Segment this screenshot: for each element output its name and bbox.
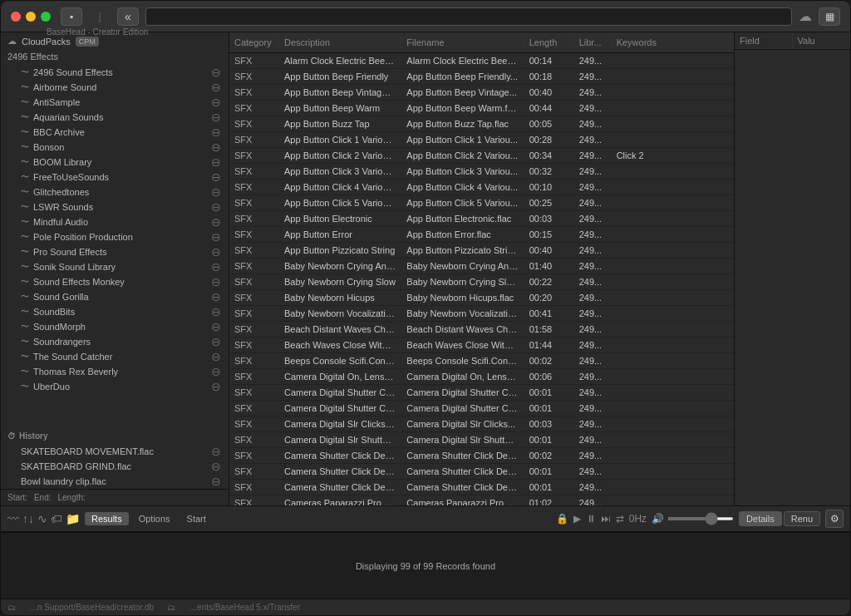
sidebar-item[interactable]: 〜 Soundrangers ⊖	[1, 334, 229, 349]
sidebar-toggle-button[interactable]: ▪	[61, 7, 82, 26]
remove-item-button[interactable]: ⊖	[210, 216, 222, 228]
table-row[interactable]: SFX Camera Shutter Click Design Ominous …	[229, 448, 734, 464]
sidebar-item[interactable]: 〜 Airborne Sound ⊖	[1, 80, 229, 95]
details-button[interactable]: Details	[739, 511, 782, 526]
remove-item-button[interactable]: ⊖	[210, 111, 222, 123]
remove-item-button[interactable]: ⊖	[210, 186, 222, 198]
sidebar-item[interactable]: 〜 Pole Position Production ⊖	[1, 229, 229, 244]
tab-results[interactable]: Results	[85, 512, 129, 525]
cloud-icon[interactable]: ☁	[799, 8, 812, 24]
folder-icon[interactable]: 📁	[66, 512, 80, 525]
table-row[interactable]: SFX Baby Newborn Crying Angry 2 Baby New…	[229, 259, 734, 274]
remove-item-button[interactable]: ⊖	[210, 126, 222, 138]
table-row[interactable]: SFX Baby Newborn Vocalizations Frustrate…	[229, 306, 734, 322]
sidebar-item[interactable]: 〜 2496 Sound Effects ⊖	[1, 65, 229, 80]
remove-history-button[interactable]: ⊖	[210, 476, 222, 487]
remove-item-button[interactable]: ⊖	[210, 67, 222, 78]
table-row[interactable]: SFX Beach Distant Waves Children Play Be…	[229, 322, 734, 338]
sidebar-item[interactable]: 〜 Thomas Rex Beverly ⊖	[1, 364, 229, 379]
spectrum-icon[interactable]: ↑↓	[22, 512, 34, 525]
sidebar-item[interactable]: 〜 Glitchedtones ⊖	[1, 185, 229, 200]
grid-button[interactable]: ▦	[819, 7, 840, 26]
table-row[interactable]: SFX App Button Beep Vintage 1980 App But…	[229, 85, 734, 101]
table-row[interactable]: SFX Beeps Console Scifi.Converted Beeps …	[229, 353, 734, 369]
remove-history-button[interactable]: ⊖	[210, 461, 222, 472]
table-row[interactable]: SFX App Button Buzz Tap App Button Buzz …	[229, 116, 734, 132]
sidebar-item[interactable]: 〜 Sound Effects Monkey ⊖	[1, 274, 229, 289]
sidebar-item[interactable]: 〜 SoundBits ⊖	[1, 304, 229, 319]
sidebar-item[interactable]: 〜 The Sound Catcher ⊖	[1, 349, 229, 364]
renu-button[interactable]: Renu	[784, 511, 820, 526]
table-row[interactable]: SFX App Button Click 1 Various Dry Sound…	[229, 132, 734, 148]
sidebar-item[interactable]: 〜 UberDuo ⊖	[1, 379, 229, 394]
table-row[interactable]: SFX App Button Beep Friendly App Button …	[229, 69, 734, 85]
table-row[interactable]: SFX Camera Digital Slr Clicks Burst.Conv…	[229, 416, 734, 432]
table-row[interactable]: SFX Cameras Paparazzi Pro Slr Camera Loo…	[229, 495, 734, 505]
sidebar-item[interactable]: 〜 LSWR Sounds ⊖	[1, 200, 229, 214]
remove-item-button[interactable]: ⊖	[210, 231, 222, 243]
rewind-icon[interactable]: ⏭	[601, 513, 611, 525]
shuffle-icon[interactable]: ⇄	[616, 513, 624, 525]
history-item[interactable]: Bowl laundry clip.flac ⊖	[1, 474, 229, 489]
remove-item-button[interactable]: ⊖	[210, 366, 222, 377]
remove-item-button[interactable]: ⊖	[210, 171, 222, 183]
sidebar-item[interactable]: 〜 FreeToUseSounds ⊖	[1, 170, 229, 185]
sidebar-item[interactable]: 〜 BBC Archive ⊖	[1, 125, 229, 140]
back-button[interactable]: «	[117, 7, 139, 26]
table-row[interactable]: SFX Camera Digital Slr Shutter Click Onl…	[229, 432, 734, 448]
remove-item-button[interactable]: ⊖	[210, 81, 222, 93]
table-row[interactable]: SFX App Button Error App Button Error.fl…	[229, 227, 734, 243]
remove-item-button[interactable]: ⊖	[210, 351, 222, 362]
sidebar-item[interactable]: 〜 SoundMorph ⊖	[1, 319, 229, 334]
table-row[interactable]: SFX App Button Click 5 Various Dry Sound…	[229, 195, 734, 211]
pitch-icon[interactable]: ∿	[37, 512, 47, 525]
sidebar-item[interactable]: 〜 BOOM Library ⊖	[1, 155, 229, 170]
table-row[interactable]: SFX Camera Digital On, Lens Servo Moveme…	[229, 369, 734, 385]
sidebar-item[interactable]: 〜 Pro Sound Effects ⊖	[1, 244, 229, 259]
remove-item-button[interactable]: ⊖	[210, 336, 222, 347]
waveform-icon[interactable]: 〰	[7, 512, 19, 525]
remove-item-button[interactable]: ⊖	[210, 276, 222, 288]
tag-icon[interactable]: 🏷	[51, 512, 62, 525]
remove-item-button[interactable]: ⊖	[210, 381, 222, 392]
settings-gear-button[interactable]: ⚙	[825, 510, 844, 528]
sidebar-item[interactable]: 〜 AntiSample ⊖	[1, 95, 229, 110]
table-row[interactable]: SFX Camera Shutter Click Design Simple B…	[229, 464, 734, 480]
remove-item-button[interactable]: ⊖	[210, 96, 222, 108]
search-input[interactable]	[145, 7, 792, 26]
remove-item-button[interactable]: ⊖	[210, 291, 222, 303]
maximize-button[interactable]	[41, 12, 51, 22]
sidebar-item[interactable]: 〜 Bonson ⊖	[1, 140, 229, 155]
history-item[interactable]: SKATEBOARD MOVEMENT.flac ⊖	[1, 444, 229, 459]
sidebar-item[interactable]: 〜 Aquarian Sounds ⊖	[1, 110, 229, 125]
play-icon[interactable]: ▶	[573, 513, 581, 525]
remove-history-button[interactable]: ⊖	[210, 446, 222, 457]
table-row[interactable]: SFX App Button Click 3 Various Dry Sound…	[229, 164, 734, 180]
table-row[interactable]: SFX App Button Click 4 Various Dry Sound…	[229, 180, 734, 195]
table-row[interactable]: SFX Baby Newborn Crying Slow Baby Newbor…	[229, 274, 734, 290]
table-row[interactable]: SFX Camera Digital Shutter Click Only 2.…	[229, 385, 734, 401]
sidebar-item[interactable]: 〜 Mindful Audio ⊖	[1, 214, 229, 229]
sidebar-item[interactable]: 〜 Sound Gorilla ⊖	[1, 289, 229, 304]
table-row[interactable]: SFX App Button Beep Warm App Button Beep…	[229, 101, 734, 116]
remove-item-button[interactable]: ⊖	[210, 246, 222, 258]
remove-item-button[interactable]: ⊖	[210, 321, 222, 333]
table-row[interactable]: SFX Camera Digital Shutter Click.Convert…	[229, 401, 734, 416]
table-row[interactable]: SFX Beach Waves Close With Voices Beach …	[229, 338, 734, 353]
table-row[interactable]: SFX App Button Electronic App Button Ele…	[229, 211, 734, 227]
table-row[interactable]: SFX App Button Pizzicato String App Butt…	[229, 243, 734, 259]
table-row[interactable]: SFX App Button Click 2 Various Dry Sound…	[229, 148, 734, 164]
table-row[interactable]: SFX Camera Shutter Click Design Swisher …	[229, 480, 734, 495]
table-row[interactable]: SFX Baby Newborn Hicups Baby Newborn Hic…	[229, 290, 734, 306]
tab-options[interactable]: Options	[132, 512, 177, 525]
stop-icon[interactable]: ⏸	[586, 513, 596, 525]
close-button[interactable]	[11, 12, 21, 22]
remove-item-button[interactable]: ⊖	[210, 156, 222, 168]
minimize-button[interactable]	[26, 12, 36, 22]
volume-slider[interactable]	[667, 517, 734, 520]
table-body[interactable]: SFX Alarm Clock Electric Beeping Alarm C…	[229, 53, 734, 505]
tab-start[interactable]: Start	[180, 512, 213, 525]
remove-item-button[interactable]: ⊖	[210, 261, 222, 273]
history-item[interactable]: SKATEBOARD GRIND.flac ⊖	[1, 459, 229, 474]
remove-item-button[interactable]: ⊖	[210, 306, 222, 318]
